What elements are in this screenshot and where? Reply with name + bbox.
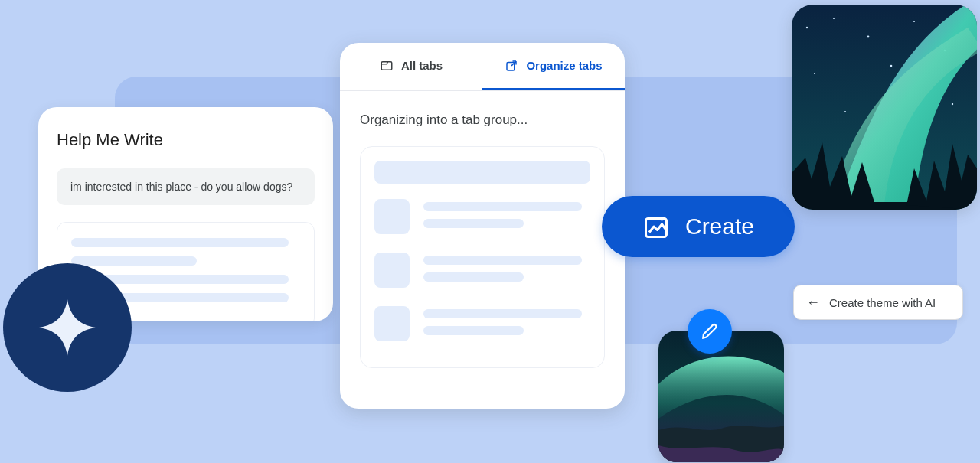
organize-icon	[505, 59, 518, 73]
tab-favicon-skeleton	[374, 306, 410, 341]
tab-icon	[380, 59, 394, 73]
svg-point-4	[806, 27, 808, 28]
svg-point-11	[844, 111, 846, 112]
help-me-write-prompt-input[interactable]: im interested in this place - do you all…	[57, 168, 315, 205]
tab-all-tabs[interactable]: All tabs	[340, 43, 482, 90]
svg-point-5	[833, 18, 835, 19]
svg-point-9	[814, 73, 815, 74]
svg-point-6	[867, 36, 870, 38]
ai-star-badge	[3, 263, 132, 392]
skeleton-line	[423, 309, 582, 318]
tab-row-skeleton	[374, 199, 590, 236]
tab-group-placeholder	[360, 146, 605, 368]
tab-favicon-skeleton	[374, 253, 410, 288]
create-button[interactable]: Create	[602, 196, 795, 257]
skeleton-line	[423, 202, 582, 211]
create-theme-with-ai-button[interactable]: ← Create theme with AI	[793, 285, 963, 320]
theme-preview-large	[792, 5, 977, 210]
image-sparkle-icon	[642, 213, 670, 240]
tab-organize-tabs[interactable]: Organize tabs	[482, 43, 625, 90]
svg-point-10	[890, 65, 893, 67]
skeleton-line	[423, 219, 524, 228]
create-button-label: Create	[685, 214, 754, 240]
skeleton-line	[423, 272, 524, 282]
help-me-write-title: Help Me Write	[57, 130, 315, 150]
tab-group-name-skeleton	[374, 161, 590, 184]
svg-point-12	[952, 103, 953, 105]
tab-organizer-status: Organizing into a tab group...	[360, 112, 605, 128]
pencil-icon	[700, 321, 720, 341]
tab-favicon-skeleton	[374, 199, 410, 234]
edit-theme-button[interactable]	[688, 309, 732, 354]
tab-row-skeleton	[374, 253, 590, 289]
tab-row-skeleton	[374, 306, 590, 343]
arrow-left-icon: ←	[806, 295, 820, 311]
skeleton-line	[423, 326, 524, 335]
tab-all-tabs-label: All tabs	[401, 59, 443, 72]
tab-organizer-card: All tabs Organize tabs Organizing into a…	[340, 43, 625, 409]
skeleton-line	[71, 238, 289, 247]
tab-organize-tabs-label: Organize tabs	[526, 59, 602, 72]
sparkle-icon	[35, 295, 100, 360]
create-theme-with-ai-label: Create theme with AI	[829, 296, 936, 309]
skeleton-line	[71, 256, 197, 266]
skeleton-line	[423, 256, 582, 265]
tab-organizer-tabbar: All tabs Organize tabs	[340, 43, 625, 90]
svg-point-7	[913, 21, 915, 22]
